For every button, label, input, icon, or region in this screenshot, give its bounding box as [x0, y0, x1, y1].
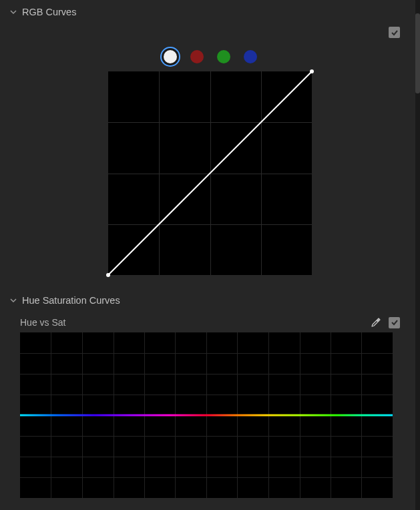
hue-curve-line[interactable] — [20, 415, 393, 417]
rgb-toggle-row — [0, 23, 420, 38]
svg-line-0 — [108, 71, 312, 275]
hsl-curves-panel: Hue Saturation Curves Hue vs Sat — [0, 288, 420, 498]
chevron-down-icon — [10, 9, 17, 15]
hsl-enable-checkbox[interactable] — [389, 317, 400, 328]
rgb-curves-title: RGB Curves — [22, 7, 76, 17]
hsl-curves-title: Hue Saturation Curves — [22, 295, 120, 306]
channel-blue[interactable] — [244, 50, 257, 63]
eyedropper-icon[interactable] — [370, 316, 382, 328]
hsl-curves-header[interactable]: Hue Saturation Curves — [0, 288, 420, 311]
channel-red[interactable] — [190, 50, 204, 63]
rgb-curve-grid[interactable] — [108, 71, 312, 275]
channel-green[interactable] — [217, 50, 230, 63]
channel-selectors — [0, 38, 420, 71]
hue-vs-sat-label: Hue vs Sat — [20, 317, 65, 328]
curve-point-start[interactable] — [106, 273, 110, 277]
hue-tools — [370, 316, 400, 328]
scrollbar-thumb[interactable] — [415, 13, 420, 93]
rgb-curves-panel: RGB Curves — [0, 0, 420, 288]
scrollbar[interactable] — [415, 0, 420, 510]
hue-vs-sat-header: Hue vs Sat — [0, 311, 420, 332]
hue-curve-grid[interactable] — [20, 332, 393, 498]
hue-curve-container — [0, 332, 420, 498]
rgb-curve-container — [0, 71, 420, 288]
curve-point-end[interactable] — [310, 69, 314, 73]
chevron-down-icon — [10, 297, 17, 304]
rgb-enable-checkbox[interactable] — [389, 27, 400, 38]
rgb-curve-line[interactable] — [108, 71, 312, 275]
rgb-curves-header[interactable]: RGB Curves — [0, 0, 420, 23]
channel-white[interactable] — [164, 50, 177, 63]
